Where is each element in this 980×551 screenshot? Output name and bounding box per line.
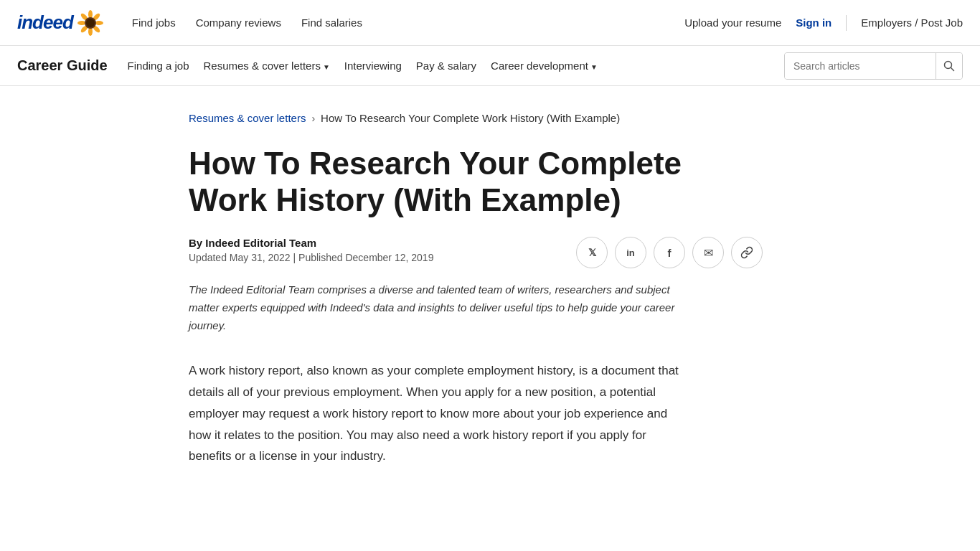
share-email-button[interactable]: ✉: [692, 237, 724, 268]
resumes-cover-letters-link[interactable]: Resumes & cover letters▼: [204, 60, 330, 72]
nav-divider: [846, 15, 847, 31]
author-info: By Indeed Editorial Team Updated May 31,…: [189, 237, 433, 263]
search-input[interactable]: [785, 53, 936, 79]
pay-salary-link[interactable]: Pay & salary: [416, 60, 476, 72]
sign-in-link[interactable]: Sign in: [796, 17, 831, 29]
employers-link[interactable]: Employers / Post Job: [861, 17, 963, 29]
career-guide-title: Career Guide: [17, 57, 108, 74]
find-salaries-link[interactable]: Find salaries: [301, 17, 362, 29]
author-name: By Indeed Editorial Team: [189, 237, 433, 249]
breadcrumb-separator: ›: [311, 113, 315, 124]
upload-resume-link[interactable]: Upload your resume: [684, 17, 781, 29]
article-body: A work history report, also known as you…: [189, 360, 691, 467]
breadcrumb-current: How To Research Your Complete Work Histo…: [321, 112, 620, 124]
finding-a-job-link[interactable]: Finding a job: [128, 60, 189, 72]
author-share-row: By Indeed Editorial Team Updated May 31,…: [189, 237, 763, 268]
svg-line-11: [951, 67, 954, 70]
company-reviews-link[interactable]: Company reviews: [196, 17, 281, 29]
share-twitter-button[interactable]: 𝕏: [576, 237, 608, 268]
author-dates: Updated May 31, 2022 | Published Decembe…: [189, 252, 433, 263]
top-nav: indeed Find jobs Company reviews Find sa…: [0, 0, 980, 46]
secondary-nav: Career Guide Finding a job Resumes & cov…: [0, 46, 980, 86]
career-development-link[interactable]: Career development▼: [491, 60, 598, 72]
share-facebook-button[interactable]: f: [654, 237, 685, 268]
breadcrumb: Resumes & cover letters › How To Researc…: [189, 112, 791, 124]
main-content: Resumes & cover letters › How To Researc…: [146, 86, 834, 493]
svg-point-9: [86, 19, 95, 27]
link-icon: [740, 246, 753, 259]
search-icon: [943, 60, 955, 72]
sunflower-icon: [77, 10, 103, 36]
author-bio: The Indeed Editorial Team comprises a di…: [189, 281, 691, 334]
top-nav-links: Find jobs Company reviews Find salaries: [132, 17, 684, 29]
share-link-button[interactable]: [731, 237, 763, 268]
logo-area: indeed: [17, 10, 103, 36]
secondary-nav-links: Finding a job Resumes & cover letters▼ I…: [128, 60, 784, 72]
top-nav-right: Upload your resume Sign in Employers / P…: [684, 15, 963, 31]
share-buttons: 𝕏 in f ✉: [576, 237, 763, 268]
share-linkedin-button[interactable]: in: [615, 237, 646, 268]
breadcrumb-parent-link[interactable]: Resumes & cover letters: [189, 112, 306, 124]
search-button[interactable]: [936, 53, 962, 79]
indeed-logo-text[interactable]: indeed: [17, 11, 73, 34]
find-jobs-link[interactable]: Find jobs: [132, 17, 176, 29]
search-box: [784, 52, 963, 80]
dropdown-arrow-1: ▼: [323, 63, 330, 71]
interviewing-link[interactable]: Interviewing: [344, 60, 402, 72]
dropdown-arrow-2: ▼: [590, 63, 598, 71]
article-title: How To Research Your Complete Work Histo…: [189, 146, 763, 218]
